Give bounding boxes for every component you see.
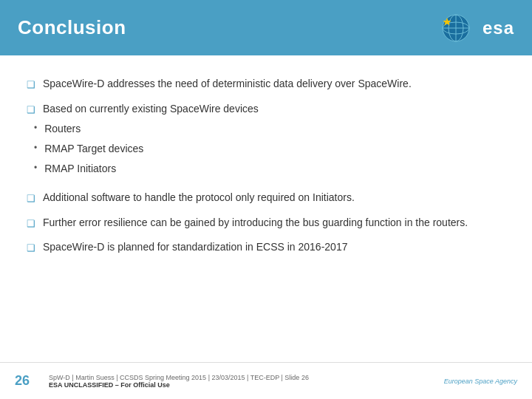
list-item: ❑ SpaceWire-D is planned for standardiza… (27, 239, 505, 256)
bullet-text-1: SpaceWire-D addresses the need of determ… (43, 76, 505, 92)
slide-number: 26 (15, 373, 30, 389)
bullet-text-4: Further error resilience can be gained b… (43, 215, 505, 231)
list-item: ❑ Further error resilience can be gained… (27, 215, 505, 231)
bullet-icon-1: ❑ (27, 78, 35, 92)
esa-logo-icon (441, 12, 481, 44)
footer-left: 26 SpW-D | Martin Suess | CCSDS Spring M… (15, 373, 309, 389)
bullet-text-2: Based on currently existing SpaceWire de… (43, 101, 259, 117)
sub-bullet-icon: • (34, 141, 37, 154)
bullet-list: ❑ SpaceWire-D addresses the need of dete… (27, 76, 505, 256)
footer-meta: SpW-D | Martin Suess | CCSDS Spring Meet… (49, 374, 309, 381)
sub-list: • Routers • RMAP Target devices • RMAP I… (34, 121, 143, 181)
page-title: Conclusion (18, 16, 126, 39)
bullet-text-3: Additional software to handle the protoc… (43, 190, 505, 205)
header: Conclusion esa (0, 0, 532, 55)
bullet-icon-4: ❑ (27, 216, 35, 231)
sub-item-text: Routers (44, 121, 81, 137)
bullet-text-5: SpaceWire-D is planned for standardizati… (43, 239, 505, 255)
list-item: ❑ Additional software to handle the prot… (27, 190, 505, 206)
sub-bullet-icon: • (34, 161, 37, 174)
esa-logo: esa (441, 12, 514, 44)
list-item: • Routers (34, 121, 143, 137)
list-item: • RMAP Initiators (34, 161, 143, 177)
list-item: • RMAP Target devices (34, 141, 143, 157)
main-content: ❑ SpaceWire-D addresses the need of dete… (0, 55, 532, 276)
bullet-icon-3: ❑ (27, 191, 35, 206)
bullet-icon-2: ❑ (27, 103, 35, 117)
list-item: ❑ Based on currently existing SpaceWire … (27, 101, 505, 182)
sub-bullet-icon: • (34, 121, 37, 134)
sub-item-text: RMAP Target devices (44, 141, 143, 157)
list-item: ❑ SpaceWire-D addresses the need of dete… (27, 76, 505, 92)
footer-classification: ESA UNCLASSIFIED – For Official Use (49, 381, 309, 389)
sub-item-text: RMAP Initiators (44, 161, 116, 177)
esa-logo-text: esa (482, 18, 514, 38)
footer-info: SpW-D | Martin Suess | CCSDS Spring Meet… (49, 374, 309, 389)
footer-agency: European Space Agency (444, 378, 517, 385)
bullet-icon-5: ❑ (27, 241, 35, 256)
footer: 26 SpW-D | Martin Suess | CCSDS Spring M… (0, 362, 532, 399)
